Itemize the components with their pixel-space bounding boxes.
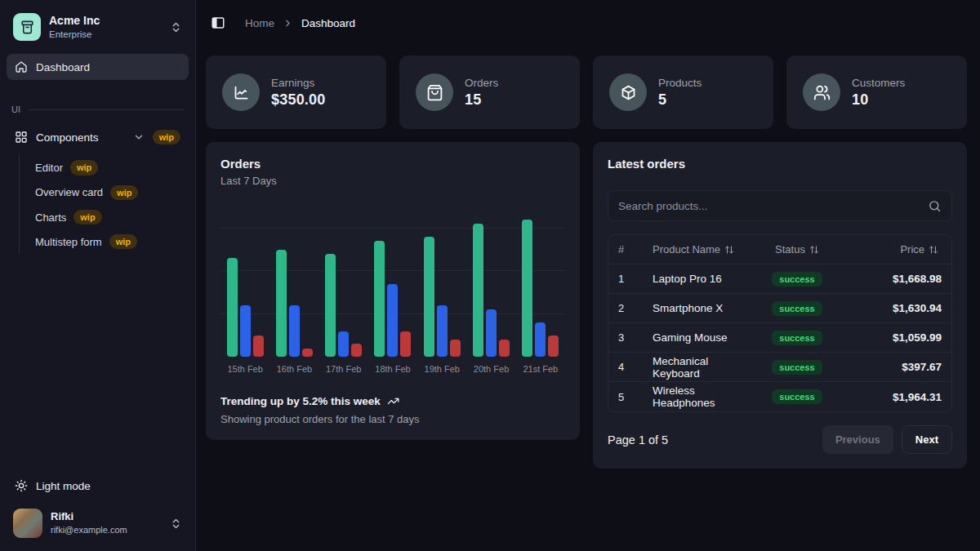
content: Earnings $350.00 Orders 15 Products (196, 46, 980, 482)
stat-card-earnings: Earnings $350.00 (206, 56, 386, 129)
row-number: 5 (618, 391, 653, 403)
x-axis-label: 15th Feb (220, 364, 270, 374)
org-name: Acme Inc (49, 14, 162, 29)
bar-series-2[interactable] (387, 284, 398, 357)
users-icon (803, 73, 840, 111)
sidebar-subitem-overview-card[interactable]: Overview cardwip (30, 180, 195, 205)
row-number: 2 (618, 302, 653, 314)
search-icon[interactable] (928, 199, 942, 213)
column-header-product-name[interactable]: Product Name (653, 243, 749, 256)
bar-series-2[interactable] (486, 309, 497, 357)
bar-series-3[interactable] (548, 335, 559, 357)
bar-series-1[interactable] (227, 258, 238, 357)
table-row[interactable]: 2Smartphone Xsuccess$1,630.94 (608, 294, 951, 323)
price-cell: $1,059.99 (845, 331, 942, 344)
group-divider (29, 109, 184, 110)
bar-series-2[interactable] (437, 305, 448, 357)
x-axis-label: 21st Feb (516, 364, 565, 374)
price-cell: $397.67 (845, 361, 942, 373)
bar-series-1[interactable] (325, 254, 336, 357)
table-row[interactable]: 1Laptop Pro 16success$1,668.98 (608, 264, 951, 294)
table-row[interactable]: 4Mechanical Keyboardsuccess$397.67 (608, 353, 951, 382)
archive-icon (20, 20, 35, 35)
status-badge: success (772, 301, 822, 316)
sidebar-item-dashboard[interactable]: Dashboard (7, 54, 189, 80)
sidebar-subitem-multistep-form[interactable]: Multistep formwip (30, 229, 195, 254)
x-axis-label: 19th Feb (417, 364, 466, 374)
orders-chart-card: Orders Last 7 Days 15th Feb16th Feb17th … (206, 142, 580, 440)
user-menu[interactable]: Rifki rifki@example.com (7, 504, 189, 543)
bar-group (319, 220, 368, 357)
status-cell: success (749, 331, 845, 345)
chart-subtitle: Last 7 Days (220, 175, 565, 187)
search-input[interactable] (618, 200, 921, 212)
sidebar-subitem-editor[interactable]: Editorwip (30, 155, 195, 180)
stat-value: 10 (852, 91, 905, 109)
user-email: rifki@example.com (51, 524, 162, 535)
product-name: Smartphone X (653, 302, 749, 314)
org-logo (13, 13, 41, 41)
bar-group (220, 220, 270, 357)
wip-badge: wip (110, 185, 138, 200)
bar-series-1[interactable] (276, 250, 287, 357)
arrow-up-down-icon (929, 245, 938, 255)
package-icon (609, 73, 647, 111)
bar-series-1[interactable] (473, 224, 483, 357)
next-button[interactable]: Next (902, 425, 952, 454)
bar-series-2[interactable] (338, 331, 349, 358)
wip-badge: wip (109, 234, 137, 249)
product-name: Wireless Headphones (653, 384, 749, 409)
bar-series-1[interactable] (522, 220, 532, 357)
sidebar: Acme Inc Enterprise Dashboard UI Compone… (0, 0, 196, 551)
status-cell: success (749, 301, 845, 316)
light-mode-label: Light mode (36, 480, 91, 492)
bar-series-3[interactable] (450, 340, 461, 357)
bar-group (417, 220, 466, 357)
subitem-label: Overview card (35, 186, 103, 198)
sidebar-subitem-charts[interactable]: Chartswip (30, 205, 195, 229)
avatar (13, 509, 42, 538)
subitem-label: Charts (35, 211, 66, 224)
sidebar-toggle-button[interactable] (211, 16, 225, 30)
bar-groups (220, 220, 565, 357)
bar-series-3[interactable] (499, 340, 510, 357)
bar-group (368, 220, 417, 357)
wip-badge: wip (74, 210, 101, 224)
stat-value: $350.00 (271, 91, 325, 109)
status-badge: success (772, 360, 822, 375)
chart-title: Orders (220, 157, 565, 171)
bar-series-1[interactable] (374, 241, 385, 357)
bar-series-2[interactable] (535, 322, 546, 357)
bar-series-3[interactable] (302, 349, 313, 358)
shopping-bag-icon (416, 73, 453, 111)
panel-left-icon (211, 16, 225, 30)
status-cell: success (749, 360, 845, 375)
x-axis-label: 16th Feb (270, 364, 318, 374)
sidebar-group-ui: UI (11, 104, 184, 114)
bar-series-3[interactable] (351, 344, 362, 357)
pagination: Page 1 of 5 Previous Next (608, 425, 952, 454)
x-axis-label: 20th Feb (466, 364, 515, 374)
previous-button[interactable]: Previous (822, 425, 893, 454)
table-row[interactable]: 5Wireless Headphonessuccess$1,964.31 (608, 382, 951, 411)
status-badge: success (772, 331, 822, 345)
sidebar-item-components[interactable]: Components wip (7, 124, 189, 150)
table-row[interactable]: 3Gaming Mousesuccess$1,059.99 (608, 323, 951, 353)
trending-up-icon (387, 395, 399, 407)
org-switcher[interactable]: Acme Inc Enterprise (7, 8, 189, 46)
bar-chart: 15th Feb16th Feb17th Feb18th Feb19th Feb… (220, 220, 565, 374)
bar-series-2[interactable] (289, 305, 300, 357)
breadcrumb-home[interactable]: Home (245, 17, 274, 29)
stat-value: 15 (465, 91, 498, 109)
column-header-num: # (618, 243, 653, 256)
trend-text: Trending up by 5.2% this week (220, 395, 381, 407)
bar-series-2[interactable] (240, 305, 251, 357)
column-header-status[interactable]: Status (749, 243, 845, 256)
bar-series-1[interactable] (424, 237, 434, 357)
bar-series-3[interactable] (253, 335, 264, 357)
light-mode-toggle[interactable]: Light mode (7, 473, 189, 499)
bar-series-3[interactable] (400, 331, 411, 358)
column-header-price[interactable]: Price (845, 243, 942, 256)
topbar: Home Dashboard (196, 0, 980, 46)
stat-card-customers: Customers 10 (786, 56, 967, 129)
